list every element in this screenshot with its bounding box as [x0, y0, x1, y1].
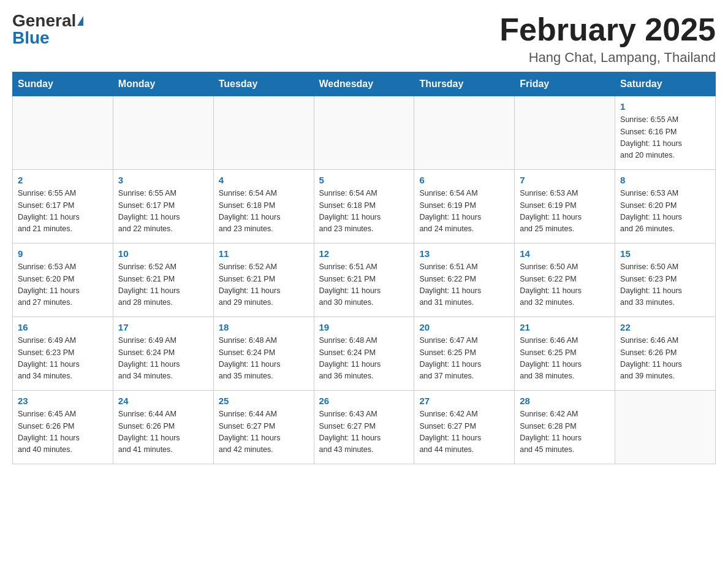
day-info: Sunrise: 6:52 AM Sunset: 6:21 PM Dayligh… [219, 261, 309, 309]
day-number: 23 [18, 396, 108, 406]
logo-general-text: General [12, 12, 76, 29]
day-info: Sunrise: 6:54 AM Sunset: 6:19 PM Dayligh… [419, 188, 509, 236]
day-number: 10 [118, 248, 208, 259]
calendar-cell: 12Sunrise: 6:51 AM Sunset: 6:21 PM Dayli… [314, 243, 414, 317]
calendar-cell: 18Sunrise: 6:48 AM Sunset: 6:24 PM Dayli… [213, 317, 314, 391]
day-info: Sunrise: 6:50 AM Sunset: 6:22 PM Dayligh… [520, 261, 610, 309]
day-info: Sunrise: 6:42 AM Sunset: 6:27 PM Dayligh… [419, 408, 509, 456]
calendar-cell: 9Sunrise: 6:53 AM Sunset: 6:20 PM Daylig… [13, 243, 113, 317]
day-info: Sunrise: 6:48 AM Sunset: 6:24 PM Dayligh… [319, 335, 409, 383]
day-info: Sunrise: 6:55 AM Sunset: 6:17 PM Dayligh… [118, 188, 208, 236]
calendar-cell: 22Sunrise: 6:46 AM Sunset: 6:26 PM Dayli… [615, 317, 716, 391]
day-info: Sunrise: 6:48 AM Sunset: 6:24 PM Dayligh… [219, 335, 309, 383]
calendar-cell: 3Sunrise: 6:55 AM Sunset: 6:17 PM Daylig… [113, 170, 213, 243]
calendar-cell: 10Sunrise: 6:52 AM Sunset: 6:21 PM Dayli… [113, 243, 213, 317]
day-info: Sunrise: 6:53 AM Sunset: 6:20 PM Dayligh… [18, 261, 108, 309]
day-info: Sunrise: 6:49 AM Sunset: 6:24 PM Dayligh… [118, 335, 208, 383]
weekday-header-saturday: Saturday [615, 72, 716, 96]
calendar-cell [113, 96, 213, 170]
calendar-cell: 17Sunrise: 6:49 AM Sunset: 6:24 PM Dayli… [113, 317, 213, 391]
calendar-table: SundayMondayTuesdayWednesdayThursdayFrid… [12, 72, 716, 464]
day-number: 26 [319, 396, 409, 406]
calendar-cell: 25Sunrise: 6:44 AM Sunset: 6:27 PM Dayli… [213, 391, 314, 464]
calendar-cell: 16Sunrise: 6:49 AM Sunset: 6:23 PM Dayli… [13, 317, 113, 391]
day-number: 22 [620, 322, 710, 332]
calendar-cell: 1Sunrise: 6:55 AM Sunset: 6:16 PM Daylig… [615, 96, 716, 170]
day-info: Sunrise: 6:52 AM Sunset: 6:21 PM Dayligh… [118, 261, 208, 309]
calendar-cell [13, 96, 113, 170]
day-info: Sunrise: 6:54 AM Sunset: 6:18 PM Dayligh… [319, 188, 409, 236]
day-number: 16 [18, 322, 108, 332]
day-info: Sunrise: 6:55 AM Sunset: 6:17 PM Dayligh… [18, 188, 108, 236]
calendar-cell: 15Sunrise: 6:50 AM Sunset: 6:23 PM Dayli… [615, 243, 716, 317]
weekday-header-row: SundayMondayTuesdayWednesdayThursdayFrid… [13, 72, 716, 96]
page-header: General Blue February 2025 Hang Chat, La… [12, 12, 716, 66]
calendar-week-row: 16Sunrise: 6:49 AM Sunset: 6:23 PM Dayli… [13, 317, 716, 391]
weekday-header-thursday: Thursday [414, 72, 515, 96]
calendar-cell: 24Sunrise: 6:44 AM Sunset: 6:26 PM Dayli… [113, 391, 213, 464]
day-number: 5 [319, 175, 409, 185]
calendar-week-row: 2Sunrise: 6:55 AM Sunset: 6:17 PM Daylig… [13, 170, 716, 243]
calendar-cell [414, 96, 515, 170]
day-number: 15 [620, 248, 710, 259]
calendar-week-row: 1Sunrise: 6:55 AM Sunset: 6:16 PM Daylig… [13, 96, 716, 170]
weekday-header-sunday: Sunday [13, 72, 113, 96]
day-number: 19 [319, 322, 409, 332]
calendar-cell: 21Sunrise: 6:46 AM Sunset: 6:25 PM Dayli… [515, 317, 615, 391]
day-info: Sunrise: 6:47 AM Sunset: 6:25 PM Dayligh… [419, 335, 509, 383]
location-title: Hang Chat, Lampang, Thailand [499, 50, 716, 66]
calendar-cell: 2Sunrise: 6:55 AM Sunset: 6:17 PM Daylig… [13, 170, 113, 243]
day-number: 21 [520, 322, 610, 332]
calendar-cell [213, 96, 314, 170]
logo-triangle-icon [77, 16, 83, 26]
day-number: 25 [219, 396, 309, 406]
day-info: Sunrise: 6:55 AM Sunset: 6:16 PM Dayligh… [620, 114, 710, 162]
calendar-cell: 5Sunrise: 6:54 AM Sunset: 6:18 PM Daylig… [314, 170, 414, 243]
day-number: 24 [118, 396, 208, 406]
day-number: 17 [118, 322, 208, 332]
calendar-cell: 14Sunrise: 6:50 AM Sunset: 6:22 PM Dayli… [515, 243, 615, 317]
day-number: 12 [319, 248, 409, 259]
weekday-header-friday: Friday [515, 72, 615, 96]
calendar-cell: 11Sunrise: 6:52 AM Sunset: 6:21 PM Dayli… [213, 243, 314, 317]
day-info: Sunrise: 6:45 AM Sunset: 6:26 PM Dayligh… [18, 408, 108, 456]
weekday-header-monday: Monday [113, 72, 213, 96]
day-number: 6 [419, 175, 509, 185]
day-info: Sunrise: 6:42 AM Sunset: 6:28 PM Dayligh… [520, 408, 610, 456]
day-info: Sunrise: 6:44 AM Sunset: 6:26 PM Dayligh… [118, 408, 208, 456]
day-number: 13 [419, 248, 509, 259]
calendar-cell: 8Sunrise: 6:53 AM Sunset: 6:20 PM Daylig… [615, 170, 716, 243]
day-number: 3 [118, 175, 208, 185]
day-info: Sunrise: 6:53 AM Sunset: 6:19 PM Dayligh… [520, 188, 610, 236]
day-info: Sunrise: 6:46 AM Sunset: 6:26 PM Dayligh… [620, 335, 710, 383]
day-info: Sunrise: 6:54 AM Sunset: 6:18 PM Dayligh… [219, 188, 309, 236]
day-number: 20 [419, 322, 509, 332]
day-number: 11 [219, 248, 309, 259]
day-number: 2 [18, 175, 108, 185]
calendar-cell: 6Sunrise: 6:54 AM Sunset: 6:19 PM Daylig… [414, 170, 515, 243]
calendar-cell: 4Sunrise: 6:54 AM Sunset: 6:18 PM Daylig… [213, 170, 314, 243]
calendar-cell: 23Sunrise: 6:45 AM Sunset: 6:26 PM Dayli… [13, 391, 113, 464]
day-info: Sunrise: 6:43 AM Sunset: 6:27 PM Dayligh… [319, 408, 409, 456]
day-number: 8 [620, 175, 710, 185]
calendar-cell: 13Sunrise: 6:51 AM Sunset: 6:22 PM Dayli… [414, 243, 515, 317]
weekday-header-tuesday: Tuesday [213, 72, 314, 96]
day-number: 4 [219, 175, 309, 185]
day-number: 18 [219, 322, 309, 332]
calendar-cell: 20Sunrise: 6:47 AM Sunset: 6:25 PM Dayli… [414, 317, 515, 391]
title-block: February 2025 Hang Chat, Lampang, Thaila… [499, 12, 716, 66]
day-info: Sunrise: 6:49 AM Sunset: 6:23 PM Dayligh… [18, 335, 108, 383]
calendar-cell: 19Sunrise: 6:48 AM Sunset: 6:24 PM Dayli… [314, 317, 414, 391]
day-info: Sunrise: 6:53 AM Sunset: 6:20 PM Dayligh… [620, 188, 710, 236]
logo-blue-text: Blue [12, 29, 50, 47]
day-number: 9 [18, 248, 108, 259]
day-info: Sunrise: 6:46 AM Sunset: 6:25 PM Dayligh… [520, 335, 610, 383]
calendar-cell: 28Sunrise: 6:42 AM Sunset: 6:28 PM Dayli… [515, 391, 615, 464]
logo: General Blue [12, 12, 83, 47]
day-number: 28 [520, 396, 610, 406]
day-info: Sunrise: 6:51 AM Sunset: 6:21 PM Dayligh… [319, 261, 409, 309]
day-number: 1 [620, 101, 710, 112]
calendar-cell [515, 96, 615, 170]
day-number: 14 [520, 248, 610, 259]
month-title: February 2025 [499, 12, 716, 47]
